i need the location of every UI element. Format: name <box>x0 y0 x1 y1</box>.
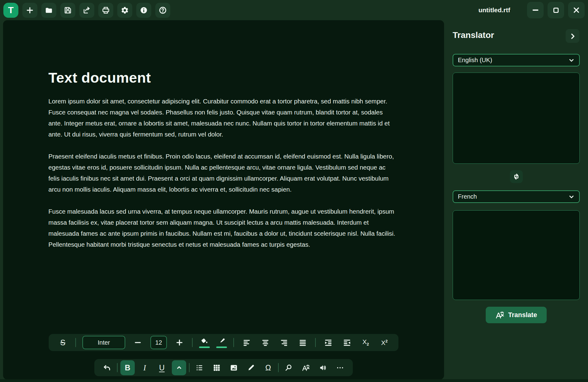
strikethrough-button[interactable]: S <box>57 335 69 350</box>
fill-color-icon <box>200 337 209 345</box>
swap-languages-button[interactable] <box>510 170 523 183</box>
app-logo[interactable]: T <box>3 3 18 18</box>
toolbar-divider <box>315 338 316 347</box>
align-right-icon <box>280 339 288 347</box>
collapse-panel-button[interactable] <box>566 29 579 43</box>
document-editor[interactable]: Text document Lorem ipsum dolor sit amet… <box>3 20 401 250</box>
table-icon <box>213 364 221 372</box>
speaker-icon <box>319 364 327 372</box>
toolbar-divider <box>189 363 190 372</box>
undo-button[interactable] <box>100 360 114 375</box>
pencil-icon <box>247 364 255 372</box>
document-paragraph[interactable]: Lorem ipsum dolor sit amet, consectetur … <box>48 96 396 140</box>
document-paragraph[interactable]: Fusce malesuada lacus sed urna viverra, … <box>48 206 396 250</box>
table-button[interactable] <box>209 360 224 375</box>
italic-button[interactable]: I <box>138 360 152 375</box>
ellipsis-icon <box>336 364 344 372</box>
print-button[interactable] <box>98 3 113 18</box>
indent-increase-button[interactable] <box>322 335 334 350</box>
target-language-select[interactable]: French <box>453 190 580 203</box>
translate-tool-button[interactable] <box>299 360 313 375</box>
settings-button[interactable] <box>117 3 132 18</box>
image-icon <box>230 364 238 372</box>
collapse-toolbar-button[interactable] <box>172 360 186 375</box>
subscript-button[interactable]: X2 <box>360 335 372 350</box>
indent-decrease-icon <box>343 338 351 347</box>
plus-icon <box>175 339 183 346</box>
text-color-button[interactable] <box>199 337 210 348</box>
translate-icon <box>302 364 310 372</box>
translator-title: Translator <box>453 30 494 40</box>
info-button[interactable] <box>136 3 151 18</box>
search-icon <box>285 364 293 372</box>
undo-icon <box>103 364 111 372</box>
document-canvas[interactable]: Text document Lorem ipsum dolor sit amet… <box>3 20 444 380</box>
align-center-icon <box>261 339 270 347</box>
toolbar-divider <box>192 338 193 347</box>
formatting-toolbar: S Inter 12 <box>49 334 398 351</box>
gear-icon <box>121 6 129 14</box>
source-language-value: English (UK) <box>458 57 492 64</box>
translate-icon <box>495 310 504 320</box>
save-button[interactable] <box>60 3 75 18</box>
toolbar-divider <box>75 338 76 347</box>
translate-button[interactable]: Translate <box>486 307 547 323</box>
text-to-speech-button[interactable] <box>316 360 330 375</box>
document-title[interactable]: Text document <box>48 69 401 86</box>
align-center-button[interactable] <box>259 335 271 350</box>
chevron-down-icon <box>568 57 575 63</box>
bold-button[interactable]: B <box>120 360 135 375</box>
strikethrough-icon: S <box>60 339 66 346</box>
justify-icon <box>299 339 307 347</box>
omega-icon: Ω <box>265 364 271 372</box>
superscript-icon: X <box>381 339 385 346</box>
share-button[interactable] <box>79 3 94 18</box>
justify-button[interactable] <box>296 335 309 350</box>
info-icon <box>140 6 148 14</box>
bullet-list-button[interactable] <box>192 360 207 375</box>
special-character-button[interactable]: Ω <box>261 360 275 375</box>
subscript-icon: X <box>362 338 367 345</box>
new-document-button[interactable] <box>22 3 37 18</box>
text-color-swatch <box>199 346 210 348</box>
font-size-increase-button[interactable] <box>173 335 186 350</box>
window-bottom-edge <box>0 379 588 382</box>
underline-button[interactable]: U <box>155 360 169 375</box>
plus-icon <box>26 6 34 14</box>
draw-button[interactable] <box>244 360 258 375</box>
chevron-up-icon <box>176 364 183 371</box>
search-button[interactable] <box>281 360 296 375</box>
more-options-button[interactable] <box>333 360 347 375</box>
superscript-button[interactable]: X2 <box>378 335 390 350</box>
share-icon <box>83 6 91 14</box>
source-text-area[interactable] <box>453 73 580 164</box>
font-size-value[interactable]: 12 <box>150 336 167 349</box>
indent-increase-icon <box>324 338 333 347</box>
toolbar-divider <box>278 363 279 372</box>
highlight-color-button[interactable] <box>216 337 227 348</box>
bullet-list-icon <box>195 364 204 372</box>
align-left-button[interactable] <box>240 335 253 350</box>
image-button[interactable] <box>227 360 241 375</box>
swap-icon <box>512 173 520 181</box>
target-text-area[interactable] <box>453 210 580 300</box>
bold-icon: B <box>125 364 130 372</box>
translate-button-label: Translate <box>508 311 537 319</box>
font-family-select[interactable]: Inter <box>82 336 125 349</box>
help-button[interactable] <box>155 3 170 18</box>
document-paragraph[interactable]: Praesent eleifend iaculis metus et finib… <box>48 151 396 195</box>
highlight-color-swatch <box>216 346 227 348</box>
app-logo-letter: T <box>8 6 13 15</box>
align-right-button[interactable] <box>278 335 290 350</box>
underline-icon: U <box>159 364 164 372</box>
align-left-icon <box>243 339 251 347</box>
minus-icon <box>134 339 142 346</box>
source-language-select[interactable]: English (UK) <box>453 54 580 66</box>
font-size-decrease-button[interactable] <box>132 335 144 350</box>
toolbar-divider <box>233 338 234 347</box>
open-button[interactable] <box>41 3 56 18</box>
translator-panel: Translator English (UK) French Translate <box>453 0 580 382</box>
chevron-right-icon <box>569 32 576 40</box>
indent-decrease-button[interactable] <box>341 335 353 350</box>
highlighter-icon <box>217 337 226 345</box>
